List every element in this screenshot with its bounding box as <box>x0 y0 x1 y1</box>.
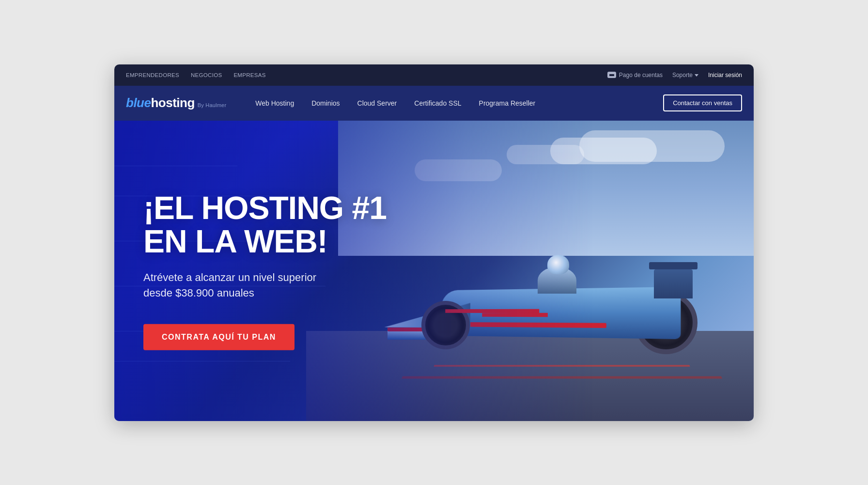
speed-line-6 <box>114 361 290 361</box>
cta-button[interactable]: CONTRATA AQUÍ TU PLAN <box>143 324 294 350</box>
soporte-label: Soporte <box>672 72 693 78</box>
nav-certificado-ssl[interactable]: Certificado SSL <box>414 99 461 107</box>
hero-content: ¡EL HOSTING #1 EN LA WEB! Atrévete a alc… <box>143 191 387 350</box>
nav-empresas[interactable]: EMPRESAS <box>233 72 265 78</box>
logo-text: bluehosting <box>126 95 195 110</box>
nav-programa-reseller[interactable]: Programa Reseller <box>479 99 536 107</box>
top-bar-actions: Pago de cuentas Soporte Iniciar sesión <box>607 72 742 78</box>
hero-section: ¡EL HOSTING #1 EN LA WEB! Atrévete a alc… <box>114 121 754 421</box>
credit-card-icon <box>607 72 616 78</box>
nav-web-hosting[interactable]: Web Hosting <box>255 99 294 107</box>
hero-subtitle: Atrévete a alcanzar un nivel superiordes… <box>143 270 387 301</box>
hero-title-line2: EN LA WEB! <box>143 223 327 259</box>
top-bar-links: EMPRENDEDORES NEGOCIOS EMPRESAS <box>126 72 266 78</box>
soporte-button[interactable]: Soporte <box>672 72 698 78</box>
nav-emprendedores[interactable]: EMPRENDEDORES <box>126 72 179 78</box>
logo-white-part: hosting <box>151 95 194 110</box>
logo-blue-part: blue <box>126 95 151 110</box>
speed-line-1 <box>114 166 237 166</box>
iniciar-sesion-button[interactable]: Iniciar sesión <box>708 72 742 78</box>
nav-cloud-server[interactable]: Cloud Server <box>357 99 397 107</box>
logo[interactable]: bluehosting By Haulmer <box>126 95 226 110</box>
browser-window: EMPRENDEDORES NEGOCIOS EMPRESAS Pago de … <box>114 64 754 421</box>
main-nav: bluehosting By Haulmer Web Hosting Domin… <box>114 86 754 121</box>
contactar-ventas-button[interactable]: Contactar con ventas <box>663 94 742 111</box>
chevron-down-icon <box>695 74 698 77</box>
hero-title: ¡EL HOSTING #1 EN LA WEB! <box>143 191 387 258</box>
hero-title-line1: ¡EL HOSTING #1 <box>143 189 387 225</box>
nav-links: Web Hosting Dominios Cloud Server Certif… <box>255 99 663 107</box>
pago-cuentas-button[interactable]: Pago de cuentas <box>607 72 663 78</box>
nav-negocios[interactable]: NEGOCIOS <box>191 72 222 78</box>
top-bar: EMPRENDEDORES NEGOCIOS EMPRESAS Pago de … <box>114 64 754 86</box>
nav-dominios[interactable]: Dominios <box>311 99 340 107</box>
logo-by-haulmer: By Haulmer <box>198 102 226 108</box>
pago-label: Pago de cuentas <box>619 72 663 78</box>
